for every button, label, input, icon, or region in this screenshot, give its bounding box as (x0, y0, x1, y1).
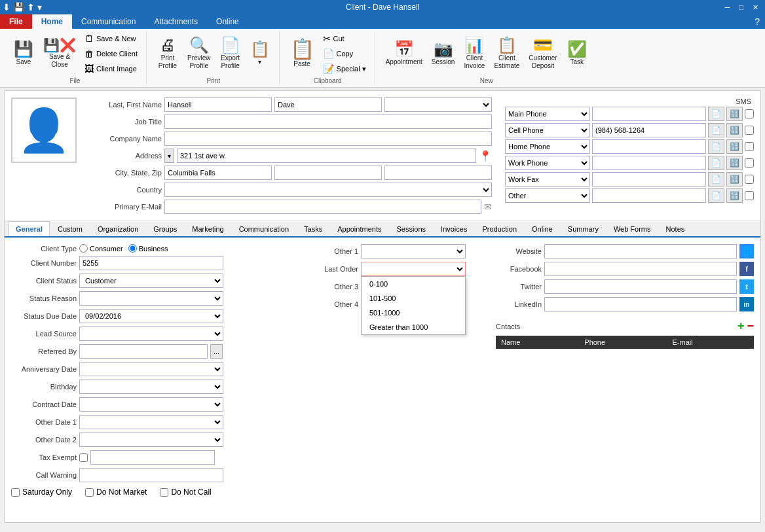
cut-button[interactable]: ✂ Cut (320, 31, 369, 46)
city-input[interactable] (164, 166, 272, 180)
status-due-date-select[interactable]: 09/02/2016 (79, 309, 223, 323)
delete-client-button[interactable]: 🗑 Delete Client (81, 46, 141, 61)
dropdown-item-5011000[interactable]: 501-1000 (362, 306, 465, 320)
contacts-add-button[interactable]: + (737, 319, 745, 333)
main-phone-calc[interactable]: 🔢 (726, 107, 743, 121)
export-profile-button[interactable]: 📄 ExportProfile (216, 35, 245, 73)
work-phone-type[interactable]: Work Phone (505, 156, 590, 170)
work-fax-sms[interactable] (745, 175, 754, 184)
appointment-button[interactable]: 📅 Appointment (382, 39, 426, 69)
name-suffix-select[interactable] (384, 98, 492, 112)
linkedin-input[interactable] (544, 297, 737, 311)
call-warning-input[interactable] (79, 468, 223, 482)
cell-phone-type[interactable]: Cell Phone (505, 123, 590, 137)
customer-deposit-button[interactable]: 💳 CustomerDeposit (525, 35, 561, 73)
email-input[interactable] (164, 200, 481, 214)
work-fax-input[interactable] (592, 172, 706, 186)
dropdown-item-greater1000[interactable]: Greater than 1000 (362, 320, 465, 334)
facebook-input[interactable] (544, 262, 737, 276)
tab-organization[interactable]: Organization (90, 221, 145, 236)
other-phone-input[interactable] (592, 188, 706, 203)
tab-invoices[interactable]: Invoices (434, 221, 474, 236)
tab-production[interactable]: Production (475, 221, 524, 236)
client-invoice-button[interactable]: 📊 ClientInvoice (460, 35, 489, 73)
consumer-radio[interactable] (79, 244, 88, 253)
zip-input[interactable] (384, 166, 492, 180)
minimize-button[interactable]: ─ (721, 3, 734, 12)
paste-button[interactable]: 📋 Paste (286, 37, 318, 71)
birthday-select[interactable] (79, 380, 223, 394)
main-phone-type[interactable]: Main Phone (505, 107, 590, 121)
work-fax-calc[interactable]: 🔢 (726, 172, 743, 186)
tab-communication[interactable]: Communication (72, 14, 145, 29)
job-title-input[interactable] (164, 115, 492, 129)
twitter-input[interactable] (544, 279, 737, 294)
save-close-button[interactable]: 💾❌ Save &Close (39, 36, 80, 71)
last-order-select[interactable] (361, 262, 466, 276)
cell-phone-input[interactable] (592, 123, 706, 137)
work-phone-sms[interactable] (745, 158, 754, 168)
tab-notes[interactable]: Notes (659, 221, 692, 236)
main-phone-copy[interactable]: 📄 (708, 107, 724, 121)
work-phone-input[interactable] (592, 156, 706, 170)
save-button[interactable]: 💾 Save (9, 39, 38, 69)
company-name-input[interactable] (164, 132, 492, 146)
qat-save-icon[interactable]: 💾 (13, 2, 24, 12)
tab-general[interactable]: General (9, 221, 50, 236)
referred-by-input[interactable] (79, 344, 208, 359)
tab-communication[interactable]: Communication (232, 221, 296, 236)
tab-summary[interactable]: Summary (561, 221, 606, 236)
address-input[interactable] (177, 149, 476, 163)
home-phone-copy[interactable]: 📄 (708, 139, 724, 154)
qat-up-icon[interactable]: ⬆ (27, 2, 35, 12)
other-phone-sms[interactable] (745, 191, 754, 200)
contacts-remove-button[interactable]: − (747, 319, 754, 333)
tab-online[interactable]: Online (525, 221, 560, 236)
do-not-call-checkbox[interactable] (160, 488, 168, 497)
tab-marketing[interactable]: Marketing (185, 221, 231, 236)
country-select[interactable] (164, 183, 492, 197)
help-button[interactable]: ? (749, 14, 765, 29)
business-radio-label[interactable]: Business (128, 244, 168, 253)
consumer-radio-label[interactable]: Consumer (79, 244, 123, 253)
tab-web-forms[interactable]: Web Forms (606, 221, 658, 236)
address-type-button[interactable]: ▾ (164, 149, 174, 163)
print-profile-button[interactable]: 🖨 PrintProfile (153, 35, 182, 73)
tab-online[interactable]: Online (207, 14, 248, 29)
website-input[interactable] (544, 244, 737, 258)
do-not-market-checkbox[interactable] (85, 488, 94, 497)
tab-home[interactable]: Home (32, 14, 72, 29)
linkedin-button[interactable]: in (739, 297, 754, 311)
qat-dropdown-icon[interactable]: ▾ (37, 2, 42, 12)
tab-appointments[interactable]: Appointments (330, 221, 388, 236)
tab-tasks[interactable]: Tasks (297, 221, 329, 236)
client-image-button[interactable]: 🖼 Client Image (81, 62, 141, 76)
tab-sessions[interactable]: Sessions (389, 221, 433, 236)
qat-down-icon[interactable]: ⬇ (3, 2, 10, 12)
client-number-input[interactable] (79, 256, 223, 270)
tab-custom[interactable]: Custom (50, 221, 90, 236)
dropdown-item-101500[interactable]: 101-500 (362, 291, 465, 306)
client-status-select[interactable]: Customer (79, 274, 223, 288)
home-phone-type[interactable]: Home Phone (505, 139, 590, 154)
home-phone-calc[interactable]: 🔢 (726, 139, 743, 154)
saturday-only-checkbox[interactable] (11, 488, 20, 497)
dropdown-item-0100[interactable]: 0-100 (362, 277, 465, 291)
cell-phone-calc[interactable]: 🔢 (726, 123, 743, 137)
main-phone-input[interactable] (592, 107, 706, 121)
facebook-button[interactable]: f (739, 262, 754, 276)
more-print-button[interactable]: 📋 ▾ (246, 39, 274, 69)
referred-by-browse[interactable]: ... (210, 344, 223, 359)
last-name-input[interactable] (164, 98, 272, 112)
task-button[interactable]: ✅ Task (563, 39, 591, 69)
business-radio[interactable] (128, 244, 137, 253)
anniversary-date-select[interactable] (79, 362, 223, 376)
work-phone-calc[interactable]: 🔢 (726, 156, 743, 170)
main-phone-sms[interactable] (745, 109, 754, 118)
special-button[interactable]: 📝 Special ▾ (320, 62, 369, 76)
cell-phone-copy[interactable]: 📄 (708, 123, 724, 137)
other-phone-calc[interactable]: 🔢 (726, 188, 743, 203)
twitter-button[interactable]: t (739, 279, 754, 294)
email-icon[interactable]: ✉ (484, 202, 492, 212)
copy-button[interactable]: 📄 Copy (320, 46, 369, 61)
